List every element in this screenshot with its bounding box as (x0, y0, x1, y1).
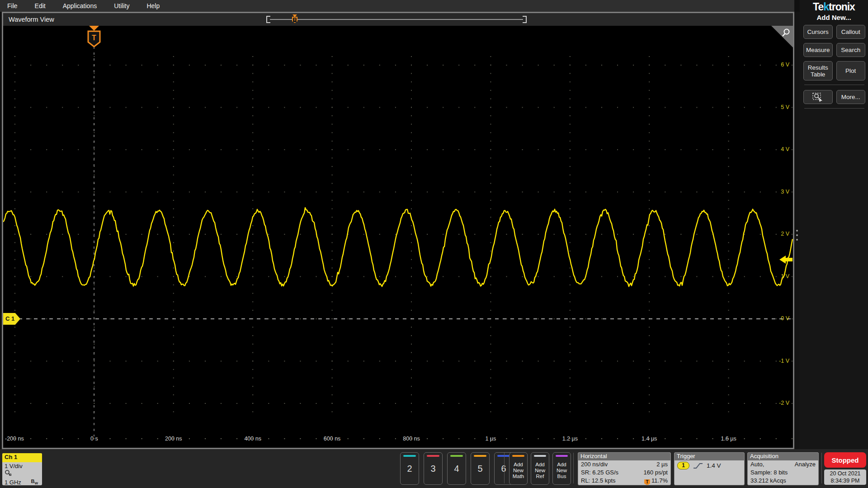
add-callout-button[interactable]: Callout (836, 25, 866, 39)
tab-bar: Waveform View T (3, 13, 793, 26)
rising-edge-icon (693, 462, 703, 469)
waveform-view: Waveform View T T C 1 6 V5 V4 V3 V2 V1 V… (2, 12, 794, 449)
time-axis-label: 400 ns (244, 436, 261, 442)
button-color-bar (512, 455, 524, 457)
menu-item-help[interactable]: Help (146, 2, 160, 9)
divider (804, 108, 864, 109)
time-axis-label: -200 ns (5, 436, 24, 442)
menu-item-edit[interactable]: Edit (35, 2, 46, 9)
voltage-axis-label: 3 V (781, 189, 789, 195)
channel-3-button[interactable]: 3 (424, 452, 443, 485)
trigger-panel-title: Trigger (675, 453, 744, 460)
divider (821, 453, 822, 483)
voltage-axis-label: -2 V (779, 400, 789, 406)
time-axis-label: 0 s (90, 436, 98, 442)
probe-icon (2, 470, 42, 478)
acquisition-mode: Auto, (750, 460, 764, 469)
voltage-axis-label: 1 V (781, 273, 789, 280)
channel-2-button[interactable]: 2 (400, 452, 419, 485)
menu-bar: FileEditApplicationsUtilityHelp (0, 0, 794, 12)
overview-right-bracket[interactable] (523, 16, 527, 23)
time-axis-label: 1.6 µs (721, 436, 736, 442)
add-plot-button[interactable]: Plot (836, 61, 866, 81)
add-new-buttons: AddNewMathAddNewRefAddNewBus (509, 452, 571, 485)
trigger-t-icon: T (644, 479, 650, 485)
acquisition-sample: Sample: 8 bits (748, 469, 818, 477)
sidebar-button-row: Results TablePlot (803, 61, 865, 81)
button-color-bar (534, 455, 546, 457)
horizontal-overview[interactable]: T (266, 15, 527, 24)
time-axis-label: 200 ns (165, 436, 182, 442)
add-cursors-button[interactable]: Cursors (803, 25, 833, 39)
add-new-heading: Add New... (800, 14, 868, 21)
minimap-trigger-icon[interactable]: T (292, 14, 298, 24)
sidebar-button-row: MeasureSearch (803, 43, 865, 57)
channel-buttons: 23456 (400, 452, 513, 485)
voltage-axis-label: 0 V (781, 315, 789, 322)
sidebar-button-row: More... (803, 90, 865, 104)
oscilloscope-app: FileEditApplicationsUtilityHelp Waveform… (0, 0, 868, 488)
zoom-select-button[interactable] (803, 90, 833, 104)
bandwidth-badge: BW (31, 478, 38, 485)
trigger-panel[interactable]: Trigger 1 1.4 V (674, 452, 745, 485)
time-axis-label: 1.2 µs (562, 436, 578, 442)
ch1-trace[interactable] (3, 208, 793, 286)
channel-color-bar (450, 455, 463, 457)
button-color-bar (556, 455, 568, 457)
horizontal-row-0: 200 ns/div2 µs (578, 460, 670, 469)
acquisition-panel[interactable]: Acquisition Auto, Analyze Sample: 8 bits… (747, 452, 819, 485)
divider (504, 453, 505, 483)
horizontal-row-1: SR: 6.25 GS/s160 ps/pt (578, 469, 670, 477)
zoom-select-icon (812, 92, 824, 102)
right-sidebar: Tektronix Add New... CursorsCalloutMeasu… (800, 0, 868, 449)
time-axis-label: 1.4 µs (642, 436, 657, 442)
channel-color-bar (427, 455, 439, 457)
trigger-source-badge: 1 (677, 462, 689, 469)
channel-color-bar (403, 455, 416, 457)
bottom-bar: Ch 1 1 V/div 1 GHz BW 23456 AddNewMathAd… (0, 449, 868, 488)
channel-color-bar (497, 455, 510, 457)
splitter-dot (796, 234, 798, 236)
ch1-badge[interactable]: Ch 1 1 V/div 1 GHz BW (2, 453, 42, 485)
voltage-axis-label: 4 V (781, 146, 789, 152)
voltage-axis-label: 6 V (781, 62, 789, 68)
time-value: 8:34:39 PM (824, 477, 866, 484)
horizontal-panel[interactable]: Horizontal 200 ns/div2 µsSR: 6.25 GS/s16… (578, 452, 671, 485)
sidebar-button-row: CursorsCallout (803, 25, 865, 39)
add-new-math-button[interactable]: AddNewMath (509, 452, 528, 485)
add-results-table-button[interactable]: Results Table (803, 61, 833, 81)
trigger-level-value: 1.4 V (707, 462, 721, 469)
splitter-dot (796, 230, 798, 232)
graticule-dots (14, 56, 793, 412)
horizontal-row-2: RL: 12.5 kptsT11.7% (578, 477, 670, 485)
tab-waveform-view[interactable]: Waveform View (9, 13, 54, 26)
voltage-axis-label: -1 V (779, 358, 789, 364)
waveform-plot[interactable]: T C 1 6 V5 V4 V3 V2 V1 V0 V-1 V-2 V-200 … (3, 26, 793, 448)
splitter-dot (796, 239, 798, 241)
menu-item-applications[interactable]: Applications (63, 2, 97, 9)
date-value: 20 Oct 2021 (824, 470, 866, 477)
menu-item-file[interactable]: File (7, 2, 18, 9)
more-button[interactable]: More... (836, 90, 866, 104)
tektronix-logo: Tektronix (800, 0, 868, 13)
acquisition-analyze: Analyze (795, 460, 816, 469)
ch1-bandwidth: 1 GHz (5, 479, 21, 485)
run-stop-button[interactable]: Stopped (824, 452, 866, 468)
panel-splitter[interactable] (794, 12, 800, 449)
channel-5-button[interactable]: 5 (471, 452, 490, 485)
ch1-scale: 1 V/div (2, 462, 42, 470)
time-axis-label: 800 ns (403, 436, 420, 442)
divider (804, 85, 864, 85)
trigger-level-arrow[interactable] (779, 256, 793, 264)
time-axis-label: 600 ns (324, 436, 341, 442)
add-search-button[interactable]: Search (836, 43, 866, 57)
add-new-bus-button[interactable]: AddNewBus (552, 452, 571, 485)
channel-4-button[interactable]: 4 (447, 452, 466, 485)
magnifier-icon (781, 28, 791, 38)
datetime-display: 20 Oct 2021 8:34:39 PM (824, 469, 866, 485)
add-measure-button[interactable]: Measure (803, 43, 833, 57)
add-new-ref-button[interactable]: AddNewRef (531, 452, 549, 485)
menu-item-utility[interactable]: Utility (114, 2, 129, 9)
horizontal-panel-title: Horizontal (578, 453, 670, 460)
voltage-axis-label: 5 V (781, 104, 789, 110)
